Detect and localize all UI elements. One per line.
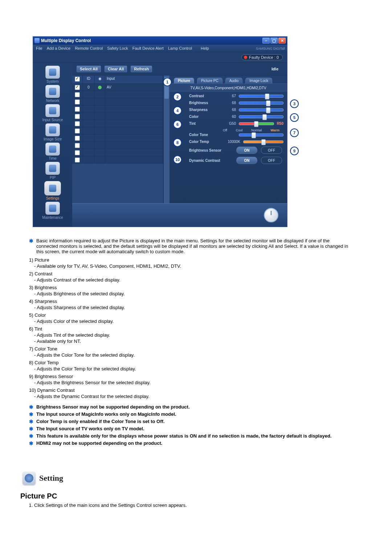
sidebar-item-image-size[interactable]: Image Size xyxy=(44,123,62,141)
row-checkbox[interactable] xyxy=(75,114,80,119)
list-item: 10) Dynamic Contrast- Adjusts the Dynami… xyxy=(29,387,352,399)
callout-9: 9 xyxy=(290,147,299,155)
list-item: 7) Color Tone- Adjusts the Color Tone fo… xyxy=(29,346,352,358)
value-brightness: 68 xyxy=(223,101,236,105)
device-row xyxy=(72,127,163,135)
menu-safety-lock[interactable]: Safety Lock xyxy=(107,46,128,50)
label-dynamic-contrast: Dynamic Contrast xyxy=(189,159,233,163)
label-color-tone: Color Tone xyxy=(189,133,220,137)
settings-panel: 1 Picture Picture PC Audio Image Lock TV… xyxy=(170,75,287,203)
list-item: 5) Color- Adjusts Color of the selected … xyxy=(29,312,352,324)
brand-logo: SAMSUNG DIGITall xyxy=(256,47,285,50)
star-icon: ✱ xyxy=(29,440,33,446)
col-input: Input xyxy=(105,75,163,83)
row-checkbox[interactable] xyxy=(75,150,80,155)
scrollbar[interactable] xyxy=(163,75,170,203)
slider-tint[interactable] xyxy=(239,122,274,125)
sidebar-item-time[interactable]: Time xyxy=(45,143,60,160)
numbered-list: 1) Picture- Available only for TV, AV, S… xyxy=(29,257,352,399)
menubar: File Add a Device Remote Control Safety … xyxy=(33,45,287,52)
device-table: ID ◉ Input 0 AV xyxy=(72,75,163,203)
row-checkbox[interactable] xyxy=(75,107,80,112)
callout-1: 1 xyxy=(163,78,172,86)
row-checkbox[interactable] xyxy=(75,92,80,97)
callout-6: 6 xyxy=(173,120,182,129)
list-item: 8) Color Temp- Adjusts the Color Temp fo… xyxy=(29,360,352,372)
app-footer xyxy=(72,203,287,227)
sidebar-item-input-source[interactable]: Input Source xyxy=(42,104,63,122)
value-color-temp: 10000K xyxy=(223,140,240,144)
slider-color-temp[interactable] xyxy=(243,140,283,143)
label-tint: Tint xyxy=(189,122,220,126)
device-row xyxy=(72,98,163,106)
row-checkbox[interactable] xyxy=(75,143,80,148)
setting-cube-icon xyxy=(23,472,36,485)
clear-all-button[interactable]: Clear All xyxy=(105,66,127,72)
window-maximize-button[interactable]: ▢ xyxy=(270,38,278,44)
image-size-icon xyxy=(45,123,60,136)
slider-sharpness[interactable] xyxy=(239,108,283,111)
slider-color[interactable] xyxy=(239,115,283,118)
intro-paragraph: ✱ Basic information required to adjust t… xyxy=(29,238,352,254)
menu-remote-control[interactable]: Remote Control xyxy=(75,46,103,50)
settings-icon xyxy=(44,181,61,196)
brightness-sensor-on[interactable]: ON xyxy=(236,147,257,154)
slider-color-tone[interactable] xyxy=(239,134,283,136)
device-row[interactable]: 0 AV xyxy=(72,84,163,91)
row-id: 0 xyxy=(83,84,95,91)
slider-brightness[interactable] xyxy=(239,102,283,104)
tab-picture-pc[interactable]: Picture PC xyxy=(197,78,222,83)
power-icon[interactable] xyxy=(264,208,278,222)
device-row xyxy=(72,149,163,156)
input-source-icon xyxy=(45,104,60,117)
note: The Input source of TV works only on TV … xyxy=(36,426,352,432)
refresh-button[interactable]: Refresh xyxy=(131,66,152,72)
sub-list-item: Click Settings of the main icons and the… xyxy=(34,502,352,508)
section-title: Setting xyxy=(39,473,63,483)
tone-cool: Cool xyxy=(236,128,243,132)
slider-contrast[interactable] xyxy=(239,95,283,98)
row-checkbox[interactable] xyxy=(75,157,80,163)
sidebar-item-pip[interactable]: PIP xyxy=(45,162,60,180)
menu-lamp-control[interactable]: Lamp Control xyxy=(168,46,192,50)
brightness-sensor-off[interactable]: OFF xyxy=(261,147,282,154)
note: The Input source of MagicInfo works only… xyxy=(36,411,352,417)
tab-picture[interactable]: Picture xyxy=(174,78,194,83)
sidebar-item-system[interactable]: System xyxy=(45,66,60,83)
tone-normal: Normal xyxy=(251,128,262,132)
value-tint: G50 xyxy=(223,122,236,126)
tab-audio[interactable]: Audio xyxy=(225,78,243,83)
row-checkbox[interactable] xyxy=(75,136,80,141)
select-all-button[interactable]: Select All xyxy=(77,66,101,72)
sidebar-item-settings[interactable]: Settings xyxy=(44,181,61,200)
label-brightness: Brightness xyxy=(189,101,220,105)
star-icon: ✱ xyxy=(29,238,33,254)
device-row xyxy=(72,113,163,120)
row-brightness-sensor: Brightness Sensor ON OFF 9 xyxy=(189,147,283,154)
dynamic-contrast-on[interactable]: ON xyxy=(236,157,257,164)
list-item: 2) Contrast- Adjusts Contrast of the sel… xyxy=(29,271,352,283)
label-color-temp: Color Temp xyxy=(189,140,220,144)
row-contrast: 2 Contrast 67 xyxy=(189,94,283,98)
tab-image-lock[interactable]: Image Lock xyxy=(245,78,272,83)
menu-file[interactable]: File xyxy=(36,46,42,50)
row-checkbox[interactable] xyxy=(75,99,80,104)
sidebar-item-maintenance[interactable]: Maintenance xyxy=(42,202,63,219)
menu-help[interactable]: Help xyxy=(201,46,209,50)
sidebar-item-network[interactable]: Network xyxy=(45,85,60,103)
device-row xyxy=(72,142,163,149)
note: This feature is available only for the d… xyxy=(36,433,352,439)
header-checkbox[interactable] xyxy=(75,77,80,82)
row-dynamic-contrast: 10 Dynamic Contrast ON OFF xyxy=(189,157,283,164)
menu-add-device[interactable]: Add a Device xyxy=(47,46,70,50)
window-minimize-button[interactable]: – xyxy=(262,38,270,44)
callout-3: 3 xyxy=(290,99,299,108)
device-table-header: ID ◉ Input xyxy=(72,75,163,84)
source-note: TV,AV,S-Video,Component,HDMI1,HDMI2,DTV xyxy=(170,83,287,93)
menu-fault-device-alert[interactable]: Fault Device Alert xyxy=(132,46,164,50)
row-checkbox[interactable] xyxy=(75,121,80,126)
row-checkbox[interactable] xyxy=(75,128,80,134)
dynamic-contrast-off[interactable]: OFF xyxy=(261,157,282,164)
window-close-button[interactable]: ✕ xyxy=(278,38,286,44)
row-checkbox[interactable] xyxy=(75,85,80,90)
